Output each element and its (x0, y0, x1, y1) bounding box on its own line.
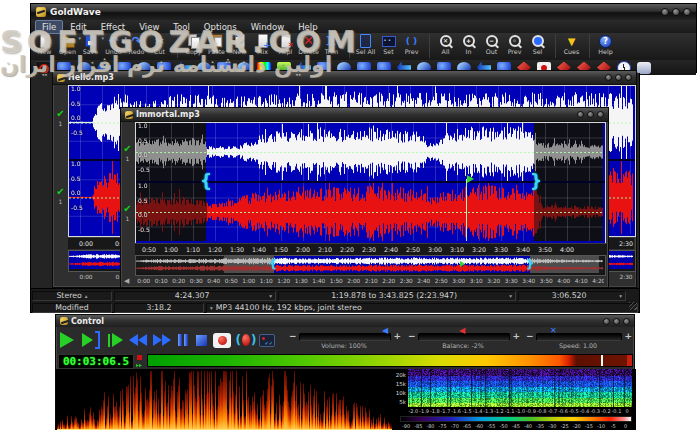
overview-selection-end[interactable]: } (526, 258, 534, 269)
speed-minus-button[interactable]: − (526, 331, 534, 341)
main-titlebar[interactable]: GoldWave (31, 4, 696, 20)
toolbar-button[interactable]: Save (79, 34, 102, 58)
record-selection-button[interactable]: () (234, 329, 258, 351)
menu-item[interactable]: Effect (94, 20, 132, 34)
dropdown-arrow-icon[interactable]: ▾ (619, 293, 622, 299)
up-arrow-icon: ▴ (85, 293, 88, 299)
stop-button[interactable] (192, 329, 210, 351)
balance-slider-thumb[interactable]: ◀ (459, 326, 465, 336)
scroll-left-hint[interactable]: ◀ (124, 277, 129, 285)
fg-right-channel-waveform[interactable] (136, 183, 603, 241)
time-tick: 1:30 (226, 246, 248, 253)
bg-window-titlebar[interactable]: Hello.mp3 (53, 71, 636, 85)
fg-waveform-view[interactable]: 1.00.50.0-0.5 1.00.50.0-0.5 { } (135, 122, 606, 244)
toolbar-button[interactable]: All (429, 34, 457, 58)
pause-button[interactable] (174, 329, 192, 351)
time-tick: 4:00 (556, 246, 578, 253)
chat-bubble-icon[interactable] (637, 62, 651, 74)
resize-grip[interactable] (629, 302, 637, 310)
channel-enable-check[interactable]: ✔ (121, 204, 134, 214)
toolbar-button[interactable]: Open (56, 34, 79, 58)
selection-end-marker[interactable]: } (530, 173, 542, 190)
time-tick: 4:20 (590, 278, 604, 284)
toolbar-button[interactable]: New (33, 34, 56, 58)
toolbar-button[interactable]: New (228, 34, 251, 58)
time-tick: -1.6 (451, 408, 462, 415)
play-from-marker-button[interactable] (104, 329, 126, 351)
menu-item[interactable]: Tool (166, 20, 197, 34)
rewind-button[interactable] (126, 329, 150, 351)
toolbar-button[interactable]: Undo (102, 34, 125, 58)
menu-item[interactable]: Options (197, 20, 244, 34)
close-button[interactable] (625, 74, 632, 81)
selection-start-marker[interactable]: { (200, 173, 212, 190)
fg-window-titlebar[interactable]: Immortal.mp3 (121, 108, 608, 122)
volume-plus-button[interactable]: + (393, 331, 401, 341)
menu-item[interactable]: View (132, 20, 166, 34)
speed-plus-button[interactable]: + (624, 331, 632, 341)
toolbar-button[interactable]: Redo (125, 34, 148, 58)
channel-enable-check[interactable]: ✔ (54, 187, 67, 197)
toolbar-button[interactable]: Sel (526, 34, 549, 58)
balance-plus-button[interactable]: + (512, 331, 520, 341)
maximize-button[interactable] (587, 111, 594, 118)
control-titlebar[interactable]: Control (56, 315, 634, 327)
db-label: -10 (595, 423, 607, 430)
toolbar-button[interactable]: Prev (400, 34, 423, 58)
main-window-chrome: GoldWave FileEditEffectViewToolOptionsWi… (30, 3, 697, 73)
maximize-button[interactable] (615, 74, 622, 81)
toolbar-button[interactable]: Help (589, 34, 617, 58)
toolbar-button[interactable]: Prev (503, 34, 526, 58)
playback-position-flag[interactable] (467, 175, 474, 183)
toolbar-button[interactable]: Sel All (349, 34, 377, 58)
balance-minus-button[interactable]: − (408, 331, 416, 341)
play-selection-button[interactable] (78, 329, 104, 351)
dropdown-arrow-icon[interactable]: ▾ (269, 293, 272, 299)
channel-enable-check[interactable]: ✔ (54, 109, 67, 119)
overview-playback-flag (460, 261, 465, 267)
toolbar-button[interactable]: Mix (251, 34, 274, 58)
record-button[interactable] (210, 329, 234, 351)
overview-selection-start[interactable]: { (269, 258, 277, 269)
toolbar-button[interactable]: Trim (320, 34, 343, 58)
copy-pages-icon (187, 34, 201, 48)
volume-minus-button[interactable]: − (289, 331, 297, 341)
time-tick: 1:20 (275, 278, 293, 284)
close-button[interactable] (623, 318, 630, 325)
fg-overview-strip[interactable]: { } (135, 255, 606, 276)
menu-item[interactable]: Help (291, 20, 324, 34)
monitor-indicator[interactable] (258, 329, 276, 351)
minimize-button[interactable] (603, 318, 610, 325)
minimize-button[interactable] (605, 74, 612, 81)
toolbar-button[interactable]: Paste (205, 34, 228, 58)
minimize-button[interactable] (661, 8, 669, 16)
maximize-button[interactable] (672, 8, 680, 16)
menu-item[interactable]: Edit (63, 20, 93, 34)
toolbar-button[interactable]: Out (480, 34, 503, 58)
toolbar-button[interactable]: Set (377, 34, 400, 58)
volume-slider[interactable] (299, 333, 391, 341)
speed-slider[interactable] (536, 333, 622, 341)
toolbar-button[interactable]: Delete (297, 34, 320, 58)
minimize-button[interactable] (577, 111, 584, 118)
toolbar-button[interactable]: Cues (555, 34, 583, 58)
toolbar-button[interactable]: Repl (274, 34, 297, 58)
toolbar-button[interactable]: Cut (148, 34, 171, 58)
volume-slider-thumb[interactable]: ◀ (382, 326, 388, 336)
channel-enable-check[interactable]: ✔ (121, 144, 134, 154)
toolbar-button[interactable]: In (457, 34, 480, 58)
dropdown-arrow-icon[interactable]: ▾ (509, 293, 512, 299)
dropdown-arrow-icon[interactable]: ▾ (210, 305, 213, 311)
toolbar-button[interactable]: Copy (177, 34, 205, 58)
time-tick: 0:10 (153, 278, 171, 284)
close-button[interactable] (683, 8, 691, 16)
play-button[interactable] (56, 329, 78, 351)
time-tick: 2:30 (358, 246, 380, 253)
fast-forward-button[interactable] (150, 329, 174, 351)
maximize-button[interactable] (613, 318, 620, 325)
speed-slider-thumb[interactable]: ✕ (550, 326, 557, 336)
close-button[interactable] (597, 111, 604, 118)
channel-number: 1 (54, 120, 67, 127)
menu-item[interactable]: Window (244, 20, 292, 34)
menu-item[interactable]: File (35, 20, 63, 34)
